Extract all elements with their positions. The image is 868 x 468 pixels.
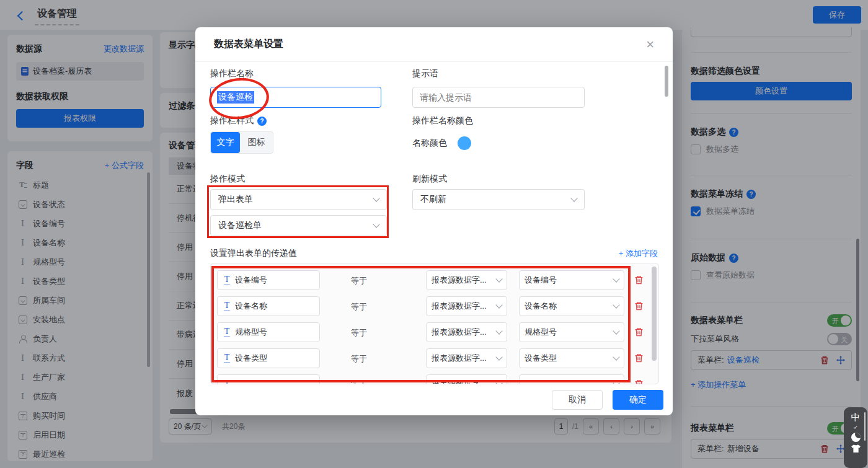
param-name-input[interactable]: 规格型号: [217, 322, 320, 342]
add-field-link[interactable]: + 添加字段: [619, 248, 658, 259]
chevron-down-icon: [495, 327, 502, 334]
chevron-down-icon: [613, 379, 619, 384]
gender-icon[interactable]: ♂: [853, 425, 858, 431]
source-type-select[interactable]: 报表源数据字...: [426, 374, 507, 384]
equals-label: 等于: [351, 275, 367, 286]
dark-mode-icon[interactable]: [851, 433, 861, 442]
param-name-input[interactable]: 设备名称: [217, 296, 320, 316]
translate-icon[interactable]: 中: [851, 412, 861, 423]
equals-label: 等于: [351, 353, 367, 364]
text-type-icon: [224, 276, 230, 285]
source-type-select[interactable]: 报表源数据字...: [426, 270, 507, 290]
chevron-down-icon: [495, 275, 502, 282]
chevron-down-icon: [373, 221, 379, 227]
source-type-select[interactable]: 报表源数据字...: [426, 348, 507, 368]
theme-shirt-icon[interactable]: [851, 444, 861, 453]
chevron-down-icon: [613, 301, 619, 308]
operation-mode-label: 操作模式: [210, 174, 245, 185]
param-name-input[interactable]: 设备编号: [217, 270, 320, 290]
equals-label: 等于: [351, 327, 367, 338]
chevron-down-icon: [613, 327, 619, 334]
chevron-down-icon: [495, 353, 502, 360]
color-swatch[interactable]: [458, 136, 471, 150]
equals-label: 等于: [351, 301, 367, 312]
source-field-select[interactable]: [519, 374, 624, 384]
close-icon[interactable]: ×: [646, 38, 654, 51]
confirm-button[interactable]: 确定: [613, 390, 663, 410]
device-management-page: { "colors": { "primary": "#1677ff", "ann…: [0, 0, 868, 468]
transfer-row: 设备类型 等于 报表源数据字... 设备类型: [211, 345, 658, 371]
floating-toolbar: 中 ♂: [844, 407, 867, 468]
style-tabs: 文字 图标: [210, 131, 273, 154]
text-type-icon: [224, 328, 230, 337]
source-field-select[interactable]: 规格型号: [519, 322, 624, 342]
text-type-icon: [224, 354, 230, 363]
select-value: 设备巡检单: [218, 220, 262, 231]
tip-label: 提示语: [412, 68, 438, 79]
transfer-row: 设备名称 等于 报表源数据字... 设备名称: [211, 293, 658, 319]
refresh-mode-select[interactable]: 不刷新: [412, 189, 585, 210]
source-type-select[interactable]: 报表源数据字...: [426, 296, 507, 316]
table-menu-settings-dialog: 数据表菜单设置 × 操作栏名称 设备巡检 提示语 操作栏样式 文字 图标 操作栏…: [195, 27, 673, 415]
transfer-scrollbar[interactable]: [652, 267, 657, 361]
tab-text[interactable]: 文字: [211, 132, 240, 153]
tab-icon[interactable]: 图标: [240, 132, 273, 153]
transfer-values-container: 设备编号 等于 报表源数据字... 设备编号 设备名称 等于 报表源数据字...…: [210, 263, 659, 384]
select-value: 弹出表单: [218, 194, 253, 205]
cancel-button[interactable]: 取消: [552, 390, 603, 410]
chevron-down-icon: [373, 195, 379, 201]
equals-label: 等于: [351, 379, 367, 384]
action-name-label: 操作栏名称: [210, 68, 254, 79]
dialog-title: 数据表菜单设置: [214, 38, 283, 51]
help-icon[interactable]: [257, 117, 267, 126]
trash-icon[interactable]: [634, 379, 644, 384]
trash-icon[interactable]: [634, 301, 644, 311]
source-type-select[interactable]: 报表源数据字...: [426, 322, 507, 342]
swatch-label: 名称颜色: [412, 138, 447, 149]
chevron-down-icon: [570, 195, 577, 201]
transfer-row: 设备编号 等于 报表源数据字... 设备编号: [211, 267, 658, 293]
source-field-select[interactable]: 设备名称: [519, 296, 624, 316]
trash-icon[interactable]: [634, 353, 644, 363]
text-type-icon: [224, 380, 230, 384]
widget-handle[interactable]: [864, 412, 866, 441]
name-color-label: 操作栏名称颜色: [412, 115, 473, 126]
chevron-down-icon: [613, 353, 619, 360]
dialog-header: 数据表菜单设置 ×: [195, 27, 673, 62]
operation-mode-select[interactable]: 弹出表单: [210, 189, 387, 210]
dialog-scrollbar[interactable]: [665, 66, 668, 97]
source-field-select[interactable]: 设备编号: [519, 270, 624, 290]
transfer-values-label: 设置弹出表单的传递值: [210, 248, 297, 259]
chevron-down-icon: [495, 379, 502, 384]
param-name-input[interactable]: 设备类型: [217, 348, 320, 368]
source-field-select[interactable]: 设备类型: [519, 348, 624, 368]
transfer-row: 规格型号 等于 报表源数据字... 规格型号: [211, 319, 658, 345]
param-name-input[interactable]: [217, 374, 320, 384]
selected-text: 设备巡检: [217, 91, 254, 104]
trash-icon[interactable]: [634, 275, 644, 285]
text-type-icon: [224, 302, 230, 311]
chevron-down-icon: [495, 301, 502, 308]
trash-icon[interactable]: [634, 327, 644, 337]
chevron-down-icon: [613, 275, 619, 282]
action-style-label: 操作栏样式: [210, 115, 254, 126]
target-form-select[interactable]: 设备巡检单: [210, 215, 387, 236]
action-name-input[interactable]: 设备巡检: [210, 87, 381, 108]
transfer-row: 等于 报表源数据字...: [211, 371, 658, 384]
select-value: 不刷新: [420, 194, 446, 205]
refresh-mode-label: 刷新模式: [412, 174, 447, 185]
tip-input[interactable]: [412, 87, 585, 108]
